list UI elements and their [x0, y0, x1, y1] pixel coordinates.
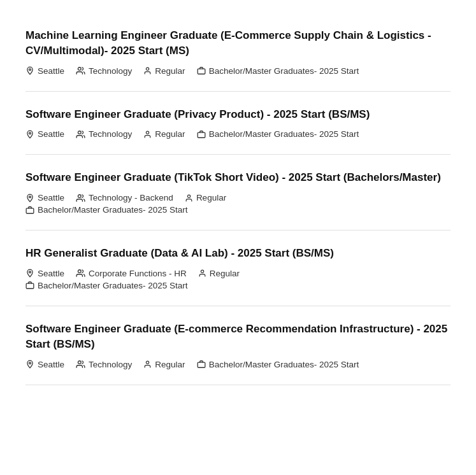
svg-rect-15 — [26, 284, 34, 289]
briefcase-icon — [25, 206, 34, 215]
job-meta-row: SeattleTechnology - BackendRegular — [25, 193, 451, 202]
job-meta-row: SeattleCorporate Functions - HRRegular — [25, 269, 451, 278]
meta-team: Corporate Functions - HR — [76, 269, 187, 278]
meta-location: Seattle — [25, 360, 64, 369]
meta-briefcase: Bachelor/Master Graduates- 2025 Start — [197, 360, 359, 369]
meta-text: Seattle — [38, 193, 64, 202]
team-icon — [76, 130, 85, 139]
meta-text: Regular — [155, 66, 185, 76]
svg-point-13 — [78, 270, 81, 273]
meta-text: Bachelor/Master Graduates- 2025 Start — [209, 66, 359, 76]
meta-text: Seattle — [38, 129, 64, 139]
meta-text: Bachelor/Master Graduates- 2025 Start — [209, 360, 359, 369]
job-title[interactable]: Machine Learning Engineer Graduate (E-Co… — [25, 28, 451, 59]
job-title[interactable]: HR Generalist Graduate (Data & AI Lab) -… — [25, 246, 451, 261]
svg-point-14 — [201, 271, 203, 273]
briefcase-icon — [25, 281, 34, 290]
meta-text: Bachelor/Master Graduates- 2025 Start — [38, 205, 188, 215]
team-icon — [76, 269, 85, 278]
svg-point-2 — [147, 67, 149, 70]
svg-point-18 — [147, 361, 149, 364]
job-title[interactable]: Software Engineer Graduate (E-commerce R… — [25, 322, 451, 352]
meta-team: Technology — [76, 360, 132, 369]
svg-rect-11 — [26, 208, 34, 213]
meta-text: Seattle — [38, 66, 64, 76]
svg-rect-3 — [198, 69, 205, 74]
person-icon — [185, 194, 193, 202]
svg-point-6 — [147, 131, 149, 134]
meta-person: Regular — [185, 193, 226, 202]
location-icon — [25, 66, 34, 75]
meta-text: Technology — [89, 66, 132, 76]
svg-point-4 — [29, 132, 31, 134]
meta-location: Seattle — [25, 193, 64, 202]
meta-briefcase: Bachelor/Master Graduates- 2025 Start — [25, 281, 188, 290]
meta-person: Regular — [143, 129, 185, 139]
meta-text: Seattle — [38, 360, 64, 369]
meta-text: Bachelor/Master Graduates- 2025 Start — [209, 129, 359, 139]
job-title[interactable]: Software Engineer Graduate (Privacy Prod… — [25, 107, 451, 122]
job-list: Machine Learning Engineer Graduate (E-Co… — [25, 13, 451, 385]
team-icon — [76, 194, 85, 202]
svg-point-1 — [78, 67, 81, 71]
briefcase-icon — [197, 66, 206, 75]
person-icon — [198, 269, 206, 278]
briefcase-icon — [197, 130, 206, 139]
meta-text: Technology — [89, 360, 132, 369]
job-meta-row: Bachelor/Master Graduates- 2025 Start — [25, 281, 451, 290]
location-icon — [25, 360, 34, 369]
meta-team: Technology - Backend — [76, 193, 173, 202]
job-item: Software Engineer Graduate (Privacy Prod… — [25, 92, 451, 155]
meta-team: Technology — [76, 129, 132, 139]
svg-point-17 — [78, 361, 81, 364]
job-meta-row: SeattleTechnologyRegularBachelor/Master … — [25, 66, 451, 76]
svg-point-8 — [29, 195, 31, 197]
meta-person: Regular — [143, 66, 185, 76]
meta-location: Seattle — [25, 129, 64, 139]
meta-text: Regular — [210, 269, 240, 278]
meta-text: Corporate Functions - HR — [89, 269, 187, 278]
meta-briefcase: Bachelor/Master Graduates- 2025 Start — [25, 205, 188, 215]
meta-text: Regular — [155, 129, 185, 139]
job-item: HR Generalist Graduate (Data & AI Lab) -… — [25, 230, 451, 306]
location-icon — [25, 269, 34, 278]
meta-briefcase: Bachelor/Master Graduates- 2025 Start — [197, 66, 359, 76]
meta-text: Technology — [89, 129, 132, 139]
svg-point-16 — [29, 362, 31, 364]
svg-point-10 — [187, 195, 190, 197]
person-icon — [143, 130, 152, 139]
meta-text: Technology - Backend — [89, 193, 173, 202]
svg-point-12 — [29, 271, 31, 273]
svg-rect-7 — [198, 132, 205, 138]
team-icon — [76, 360, 85, 369]
team-icon — [76, 66, 85, 75]
meta-team: Technology — [76, 66, 132, 76]
location-icon — [25, 130, 34, 139]
job-meta-row: SeattleTechnologyRegularBachelor/Master … — [25, 129, 451, 139]
job-title[interactable]: Software Engineer Graduate (TikTok Short… — [25, 170, 451, 185]
meta-person: Regular — [198, 269, 240, 278]
briefcase-icon — [197, 360, 206, 369]
meta-text: Bachelor/Master Graduates- 2025 Start — [38, 281, 188, 290]
job-item: Software Engineer Graduate (TikTok Short… — [25, 155, 451, 230]
job-item: Machine Learning Engineer Graduate (E-Co… — [25, 13, 451, 92]
svg-point-5 — [78, 131, 81, 134]
meta-text: Regular — [196, 193, 226, 202]
meta-briefcase: Bachelor/Master Graduates- 2025 Start — [197, 129, 359, 139]
meta-location: Seattle — [25, 66, 64, 76]
meta-person: Regular — [143, 360, 185, 369]
person-icon — [143, 360, 152, 369]
meta-location: Seattle — [25, 269, 64, 278]
meta-text: Regular — [155, 360, 185, 369]
job-item: Software Engineer Graduate (E-commerce R… — [25, 306, 451, 385]
svg-rect-19 — [198, 362, 205, 367]
svg-point-9 — [78, 194, 81, 197]
meta-text: Seattle — [38, 269, 64, 278]
job-meta-row: Bachelor/Master Graduates- 2025 Start — [25, 205, 451, 215]
job-meta-row: SeattleTechnologyRegularBachelor/Master … — [25, 360, 451, 369]
person-icon — [143, 66, 152, 75]
svg-point-0 — [29, 69, 31, 71]
location-icon — [25, 194, 34, 202]
